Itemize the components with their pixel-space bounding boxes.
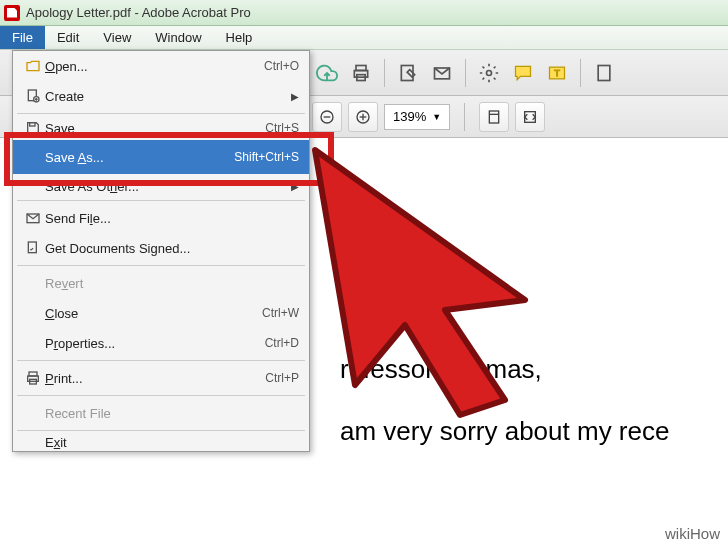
titlebar: Apology Letter.pdf - Adobe Acrobat Pro — [0, 0, 728, 26]
separator — [464, 103, 465, 131]
menu-get-signed[interactable]: Get Documents Signed... — [13, 233, 309, 263]
menu-shortcut: Ctrl+W — [262, 306, 299, 320]
zoom-in-button[interactable] — [348, 102, 378, 132]
menu-label: Close — [45, 306, 262, 321]
menu-save-as[interactable]: Save As... Shift+Ctrl+S — [13, 140, 309, 174]
menu-save[interactable]: Save Ctrl+S — [13, 116, 309, 140]
comment-icon[interactable] — [508, 58, 538, 88]
menu-recent-file: Recent File — [13, 398, 309, 428]
svg-rect-16 — [525, 111, 536, 122]
print-icon — [21, 370, 45, 386]
menu-revert: Revert — [13, 268, 309, 298]
menu-separator — [17, 113, 305, 114]
folder-open-icon — [21, 58, 45, 74]
fit-width-icon[interactable] — [515, 102, 545, 132]
file-menu-dropdown: Open... Ctrl+O Create ▶ Save Ctrl+S Save… — [12, 50, 310, 452]
text-tool-icon[interactable]: T — [542, 58, 572, 88]
zoom-out-button[interactable] — [312, 102, 342, 132]
envelope-icon[interactable] — [427, 58, 457, 88]
create-icon — [21, 88, 45, 104]
menu-separator — [17, 200, 305, 201]
menu-label: Revert — [45, 276, 299, 291]
menu-shortcut: Shift+Ctrl+S — [234, 150, 299, 164]
separator — [580, 59, 581, 87]
print-icon[interactable] — [346, 58, 376, 88]
svg-point-5 — [487, 70, 492, 75]
menu-close[interactable]: Close Ctrl+W — [13, 298, 309, 328]
menu-window[interactable]: Window — [143, 26, 213, 49]
menu-shortcut: Ctrl+S — [265, 121, 299, 135]
fit-page-icon[interactable] — [479, 102, 509, 132]
menu-separator — [17, 395, 305, 396]
menubar: File Edit View Window Help — [0, 26, 728, 50]
zoom-value: 139% — [393, 109, 426, 124]
menu-label: Open... — [45, 59, 264, 74]
menu-label: Properties... — [45, 336, 265, 351]
menu-label: Get Documents Signed... — [45, 241, 299, 256]
menu-label: Print... — [45, 371, 265, 386]
menu-label: Save As... — [45, 150, 234, 165]
menu-send-file[interactable]: Send File... — [13, 203, 309, 233]
menu-label: Create — [45, 89, 291, 104]
document-line: rofessor Thomas, — [340, 338, 728, 400]
app-icon — [4, 5, 20, 21]
svg-rect-14 — [490, 111, 499, 123]
svg-rect-23 — [28, 242, 36, 253]
menu-separator — [17, 265, 305, 266]
gear-icon[interactable] — [474, 58, 504, 88]
menu-print[interactable]: Print... Ctrl+P — [13, 363, 309, 393]
menu-properties[interactable]: Properties... Ctrl+D — [13, 328, 309, 358]
zoom-level[interactable]: 139% ▼ — [384, 104, 450, 130]
menu-label: Send File... — [45, 211, 299, 226]
svg-rect-21 — [30, 123, 35, 126]
menu-save-as-other[interactable]: Save As Other... ▶ — [13, 174, 309, 198]
menu-shortcut: Ctrl+D — [265, 336, 299, 350]
cloud-upload-icon[interactable] — [312, 58, 342, 88]
separator — [384, 59, 385, 87]
submenu-arrow-icon: ▶ — [291, 181, 299, 192]
submenu-arrow-icon: ▶ — [291, 91, 299, 102]
menu-open[interactable]: Open... Ctrl+O — [13, 51, 309, 81]
menu-shortcut: Ctrl+P — [265, 371, 299, 385]
menu-edit[interactable]: Edit — [45, 26, 91, 49]
menu-label: Exit — [45, 435, 299, 450]
menu-separator — [17, 430, 305, 431]
save-icon — [21, 120, 45, 136]
edit-page-icon[interactable] — [393, 58, 423, 88]
document-line: am very sorry about my rece — [340, 400, 728, 462]
watermark: wikiHow — [665, 525, 720, 542]
svg-text:T: T — [554, 68, 560, 78]
signature-icon — [21, 240, 45, 256]
menu-help[interactable]: Help — [214, 26, 265, 49]
window-title: Apology Letter.pdf - Adobe Acrobat Pro — [26, 5, 251, 20]
menu-exit[interactable]: Exit — [13, 433, 309, 451]
menu-shortcut: Ctrl+O — [264, 59, 299, 73]
menu-label: Save — [45, 121, 265, 136]
menu-file[interactable]: File — [0, 26, 45, 49]
menu-separator — [17, 360, 305, 361]
chevron-down-icon: ▼ — [432, 112, 441, 122]
menu-label: Recent File — [45, 406, 299, 421]
menu-label: Save As Other... — [45, 179, 291, 194]
separator — [465, 59, 466, 87]
envelope-icon — [21, 210, 45, 226]
page-icon[interactable] — [589, 58, 619, 88]
svg-rect-8 — [598, 65, 610, 80]
menu-view[interactable]: View — [91, 26, 143, 49]
menu-create[interactable]: Create ▶ — [13, 81, 309, 111]
